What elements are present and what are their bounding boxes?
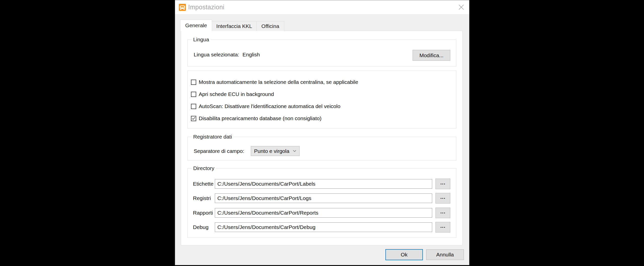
field-separator-select[interactable]: Punto e virgola <box>251 146 300 156</box>
directory-label: Rapporti <box>193 210 215 216</box>
labels-path-input[interactable] <box>215 179 432 189</box>
close-icon <box>458 4 464 10</box>
checkbox-label: Mostra automaticamente la selezione dell… <box>199 79 358 85</box>
checkbox-label: AutoScan: Disattivare l'identificazione … <box>199 103 340 109</box>
language-group: Lingua Lingua selezionata:English Modifi… <box>187 40 456 66</box>
checkbox-checked[interactable] <box>191 116 196 121</box>
selected-language-label: Lingua selezionata: <box>194 52 239 57</box>
browse-labels-button[interactable]: ... <box>435 179 450 189</box>
debug-path-input[interactable] <box>215 222 432 232</box>
field-separator-label: Separatore di campo: <box>194 148 244 154</box>
data-logger-group-legend: Registratore dati <box>192 134 233 140</box>
directory-row-reports: Rapporti ... <box>193 208 450 218</box>
tab-page-generale: Lingua Lingua selezionata:English Modifi… <box>181 31 463 245</box>
checkbox-row-auto-ecu-selection[interactable]: Mostra automaticamente la selezione dell… <box>191 79 358 85</box>
tab-officina[interactable]: Officina <box>256 21 284 31</box>
checkbox-label: Apri schede ECU in background <box>199 91 274 97</box>
browse-debug-button[interactable]: ... <box>435 222 450 232</box>
browse-logs-button[interactable]: ... <box>435 193 450 204</box>
directory-label: Registri <box>193 195 215 201</box>
tab-generale[interactable]: Generale <box>180 20 212 31</box>
logs-path-input[interactable] <box>215 193 432 203</box>
checkbox-label: Disabilita precaricamento database (non … <box>199 115 321 121</box>
check-icon <box>192 117 195 120</box>
tab-interfaccia-kkl[interactable]: Interfaccia KKL <box>212 21 257 31</box>
browse-reports-button[interactable]: ... <box>435 208 450 218</box>
field-separator-value: Punto e virgola <box>254 148 291 154</box>
directory-label: Debug <box>193 224 215 230</box>
checkbox[interactable] <box>191 80 196 85</box>
selected-language-value: English <box>243 52 260 57</box>
ok-button[interactable]: Ok <box>385 249 423 260</box>
checkbox[interactable] <box>191 104 196 109</box>
selected-language-row: Lingua selezionata:English <box>194 52 260 58</box>
language-group-legend: Lingua <box>192 37 211 43</box>
directory-label: Etichette <box>193 181 215 187</box>
checkbox-row-disable-db-preload[interactable]: Disabilita precaricamento database (non … <box>191 115 321 121</box>
close-button[interactable] <box>454 0 468 14</box>
directory-row-logs: Registri ... <box>193 193 450 204</box>
window-title: Impostazioni <box>188 4 224 11</box>
chevron-down-icon <box>293 150 296 152</box>
title-bar: Impostazioni <box>175 0 469 14</box>
options-group: Mostra automaticamente la selezione dell… <box>187 71 456 128</box>
directories-group: Directory Etichette ... Registri ... Rap… <box>187 168 456 238</box>
settings-dialog: Impostazioni Generale Interfaccia KKL Of… <box>175 0 469 265</box>
directories-group-legend: Directory <box>192 165 216 171</box>
reports-path-input[interactable] <box>215 208 432 218</box>
directory-row-labels: Etichette ... <box>193 179 450 189</box>
cancel-button[interactable]: Annulla <box>426 249 464 260</box>
modify-language-button[interactable]: Modifica... <box>413 50 450 61</box>
car-icon <box>179 4 186 11</box>
checkbox[interactable] <box>191 92 196 97</box>
data-logger-group: Registratore dati Separatore di campo: P… <box>187 137 456 160</box>
checkbox-row-ecu-background[interactable]: Apri schede ECU in background <box>191 91 274 97</box>
checkbox-row-autoscan-disable[interactable]: AutoScan: Disattivare l'identificazione … <box>191 103 340 109</box>
tab-strip: Generale Interfaccia KKL Officina <box>180 20 284 31</box>
directory-row-debug: Debug ... <box>193 222 450 232</box>
